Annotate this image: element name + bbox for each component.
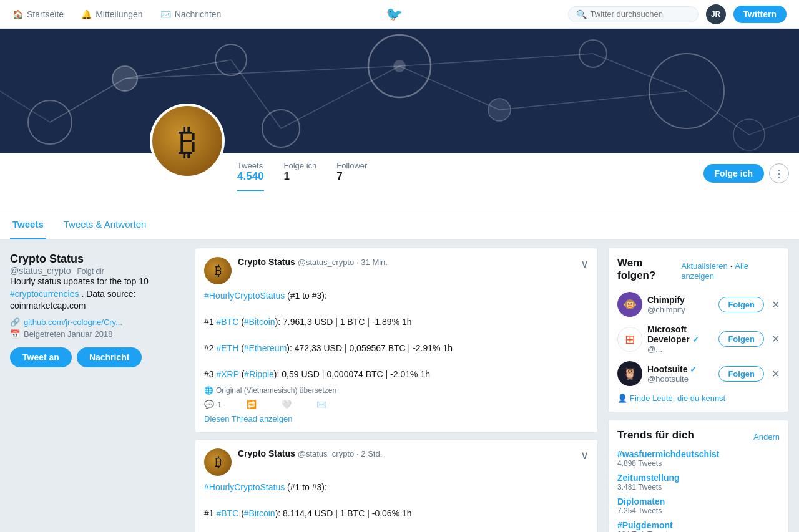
bell-icon: 🔔	[81, 9, 92, 19]
tweet-header: ₿ Crypto Status @status_crypto · 2 Std. …	[204, 448, 589, 476]
like-action[interactable]: 🤍	[282, 400, 292, 409]
dismiss-chimpify-button[interactable]: ✕	[772, 299, 780, 311]
trends-list: #wasfuermichdeutschist4.898 TweetsZeitum…	[617, 449, 780, 532]
left-sidebar: Crypto Status @status_crypto Folgt dir H…	[10, 248, 185, 532]
dm-action[interactable]: ✉️	[316, 400, 326, 409]
user-avatar[interactable]: JR	[706, 4, 726, 24]
tweets-stat[interactable]: Tweets 4.540	[237, 161, 264, 191]
reply-action[interactable]: 💬 1	[204, 400, 222, 409]
hootsuite-info: Hootsuite ✓ @hootsuite	[647, 364, 713, 384]
more-options-button[interactable]: ⋮	[769, 163, 789, 183]
tweet-avatar: ₿	[204, 448, 232, 476]
person-icon: 👤	[617, 394, 627, 403]
follower-stat[interactable]: Follower 7	[336, 161, 367, 191]
verified-badge: ✓	[692, 335, 699, 344]
profile-name: Crypto Status	[10, 248, 185, 266]
translate-note: 🌐 Original (Vietnamesisch) übersetzen	[204, 386, 589, 395]
profile-area: ₿ Folge ich ⋮ Tweets 4.540 Folge ich 1 F…	[0, 153, 799, 210]
trend-item[interactable]: #wasfuermichdeutschist4.898 Tweets	[617, 449, 780, 468]
verified-badge: ✓	[690, 365, 697, 374]
tweet-header: ₿ Crypto Status @status_crypto · 31 Min.…	[204, 257, 589, 284]
bitcoin-icon: ₿	[179, 120, 197, 162]
trends-card: Trends für dich Ändern #wasfuermichdeuts…	[608, 420, 789, 532]
trends-andern-link[interactable]: Ändern	[753, 432, 780, 442]
svg-rect-0	[0, 29, 799, 153]
profile-right-actions: Folge ich ⋮	[703, 163, 789, 183]
tweet-feed: ₿ Crypto Status @status_crypto · 31 Min.…	[195, 248, 598, 532]
chimpify-avatar: 🐵	[617, 292, 642, 317]
follow-microsoft-button[interactable]: Folgen	[718, 331, 764, 347]
navbar: 🏠 Startseite 🔔 Mitteilungen ✉️ Nachricht…	[0, 0, 799, 29]
navbar-center: 🐦	[221, 6, 567, 22]
tweet-meta: Crypto Status @status_crypto · 2 Std.	[238, 448, 574, 458]
nav-startseite[interactable]: 🏠 Startseite	[12, 9, 64, 19]
tweet-body: #HourlyCryptoStatus (#1 to #3): #1 #BTC …	[204, 481, 589, 532]
folge-ich-stat[interactable]: Folge ich 1	[284, 161, 317, 191]
search-input[interactable]	[591, 9, 690, 19]
aktualisieren-link[interactable]: Aktualisieren	[681, 261, 727, 271]
tweet-meta: Crypto Status @status_crypto · 31 Min.	[238, 257, 574, 267]
home-icon: 🏠	[12, 9, 23, 19]
profile-avatar: ₿	[150, 104, 225, 178]
profile-handle-row: @status_crypto Folgt dir	[10, 266, 185, 276]
tweet-card: ₿ Crypto Status @status_crypto · 2 Std. …	[195, 439, 598, 532]
trends-title: Trends für dich	[617, 429, 694, 442]
globe-icon: 🌐	[204, 386, 213, 395]
tweet-avatar: ₿	[204, 257, 232, 284]
trend-item[interactable]: Zeitumstellung3.481 Tweets	[617, 473, 780, 491]
link-icon: 🔗	[10, 317, 20, 327]
microsoft-avatar: ⊞	[617, 327, 642, 352]
github-link[interactable]: github.com/jr-cologne/Cry...	[24, 317, 122, 327]
tweet-more-icon[interactable]: ∨	[581, 448, 589, 462]
tweet-actions: 💬 1 🔁 🤍 ✉️	[204, 400, 589, 409]
nav-mitteilungen[interactable]: 🔔 Mitteilungen	[81, 9, 143, 19]
tab-tweets-antworten[interactable]: Tweets & Antworten	[61, 210, 149, 239]
dismiss-hootsuite-button[interactable]: ✕	[772, 368, 780, 380]
profile-banner	[0, 29, 799, 153]
folge-ich-button[interactable]: Folge ich	[703, 164, 764, 183]
follow-suggestion-microsoft: ⊞ Microsoft Developer ✓ @... Folgen ✕	[617, 324, 780, 354]
finde-leute-link[interactable]: 👤 Finde Leute, die du kennst	[617, 394, 780, 403]
nav-nachrichten[interactable]: ✉️ Nachrichten	[160, 9, 222, 19]
tweet-body: #HourlyCryptoStatus (#1 to #3): #1 #BTC …	[204, 289, 589, 381]
tweet-card: ₿ Crypto Status @status_crypto · 31 Min.…	[195, 248, 598, 433]
follow-suggestion-chimpify: 🐵 Chimpify @chimpify Folgen ✕	[617, 292, 780, 317]
joined-meta: 📅 Beigetreten Januar 2018	[10, 329, 185, 339]
navbar-right: 🔍 JR Twittern	[568, 4, 787, 24]
follow-suggestion-hootsuite: 🦉 Hootsuite ✓ @hootsuite Folgen ✕	[617, 361, 780, 386]
bio-crypto-link[interactable]: #cryptocurrencies	[10, 289, 79, 299]
right-sidebar: Wem folgen? Aktualisieren · Alle anzeige…	[608, 248, 789, 532]
trend-item[interactable]: #Puigdemont204 Tsd. Tweets	[617, 520, 780, 532]
tab-tweets[interactable]: Tweets	[10, 210, 46, 239]
tabs-row: Tweets Tweets & Antworten	[0, 210, 799, 240]
nachricht-button[interactable]: Nachricht	[77, 347, 142, 367]
main-layout: Crypto Status @status_crypto Folgt dir H…	[0, 240, 799, 532]
github-meta: 🔗 github.com/jr-cologne/Cry...	[10, 317, 185, 327]
search-icon: 🔍	[576, 9, 587, 19]
navbar-left: 🏠 Startseite 🔔 Mitteilungen ✉️ Nachricht…	[12, 9, 221, 19]
trend-item[interactable]: Diplomaten7.254 Tweets	[617, 496, 780, 515]
profile-bio: Hourly status updates for the top 10 #cr…	[10, 276, 185, 312]
twittern-button[interactable]: Twittern	[733, 6, 787, 23]
profile-handle: @status_crypto	[10, 266, 71, 276]
twitter-logo: 🐦	[386, 6, 403, 22]
calendar-icon: 📅	[10, 329, 20, 339]
microsoft-info: Microsoft Developer ✓ @...	[647, 324, 713, 354]
wem-folgen-card: Wem folgen? Aktualisieren · Alle anzeige…	[608, 248, 789, 412]
search-box[interactable]: 🔍	[568, 6, 699, 22]
follow-hootsuite-button[interactable]: Folgen	[718, 366, 764, 382]
follow-chimpify-button[interactable]: Folgen	[718, 297, 764, 312]
wem-folgen-title: Wem folgen?	[617, 257, 681, 282]
mail-icon: ✉️	[160, 9, 171, 19]
dismiss-microsoft-button[interactable]: ✕	[772, 333, 780, 345]
retweet-action[interactable]: 🔁	[247, 400, 257, 409]
follows-you-badge: Folgt dir	[77, 267, 104, 276]
thread-link[interactable]: Diesen Thread anzeigen	[204, 414, 589, 423]
wem-folgen-actions: Aktualisieren · Alle anzeigen	[681, 261, 780, 281]
tweet-an-button[interactable]: Tweet an	[10, 347, 72, 367]
chimpify-info: Chimpify @chimpify	[647, 295, 713, 314]
profile-actions: Tweet an Nachricht	[10, 347, 185, 367]
hootsuite-avatar: 🦉	[617, 361, 642, 386]
tweet-more-icon[interactable]: ∨	[581, 257, 589, 271]
